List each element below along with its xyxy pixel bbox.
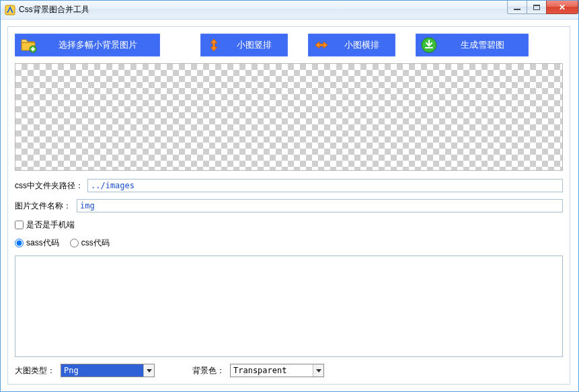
image-type-select[interactable]: Png [61,364,155,377]
sass-radio-wrap[interactable]: sass代码 [15,237,59,249]
mobile-checkbox[interactable] [15,221,24,229]
select-images-button[interactable]: 选择多幅小背景图片 [15,34,160,56]
mobile-checkbox-row: 是否是手机端 [15,219,563,231]
horizontal-arrows-icon [312,36,331,54]
image-type-value: Png [64,366,79,375]
bg-color-value: Transparent [233,366,286,375]
css-radio-wrap[interactable]: css代码 [70,237,110,249]
folder-path-label: css中文件夹路径： [15,180,87,192]
titlebar[interactable]: Css背景图合并工具 ✕ [1,1,578,19]
generate-sprite-label: 生成雪碧图 [445,39,519,51]
preview-canvas [15,63,563,171]
window-title: Css背景图合并工具 [19,4,89,15]
app-icon [5,5,15,15]
main-panel: 选择多幅小背景图片 小图竖排 小 [7,26,570,385]
dropdown-caret-icon [143,364,154,377]
bg-color-label: 背景色： [192,365,225,377]
code-output-textarea[interactable] [15,256,563,357]
vertical-arrows-icon [204,36,223,54]
window-controls: ✕ [508,1,578,14]
arrange-vertical-label: 小图竖排 [230,39,278,51]
toolbar: 选择多幅小背景图片 小图竖排 小 [15,34,563,56]
css-radio[interactable] [70,239,79,247]
folder-path-input[interactable] [87,179,563,192]
dropdown-caret-icon [313,364,323,377]
app-window: Css背景图合并工具 ✕ [0,0,579,392]
mobile-checkbox-label[interactable]: 是否是手机端 [26,219,75,231]
folder-path-row: css中文件夹路径： [15,179,563,192]
bg-color-select[interactable]: Transparent [230,364,324,377]
svg-rect-3 [31,48,35,50]
client-area: 选择多幅小背景图片 小图竖排 小 [1,19,578,391]
download-icon [420,36,438,54]
folder-add-icon [19,36,38,54]
sass-radio-label: sass代码 [26,237,59,249]
minimize-button[interactable] [507,1,527,14]
sass-radio[interactable] [15,239,24,247]
arrange-horizontal-button[interactable]: 小图横排 [308,34,395,56]
code-type-radiogroup: sass代码 css代码 [15,237,563,249]
maximize-button[interactable] [527,1,547,14]
close-button[interactable]: ✕ [546,1,578,14]
image-type-label: 大图类型： [15,365,55,377]
arrange-vertical-button[interactable]: 小图竖排 [200,34,288,56]
filename-input[interactable] [77,199,563,212]
generate-sprite-button[interactable]: 生成雪碧图 [416,34,529,56]
arrange-horizontal-label: 小图横排 [338,39,386,51]
filename-row: 图片文件名称： [15,199,563,212]
select-images-label: 选择多幅小背景图片 [44,39,151,51]
filename-label: 图片文件名称： [15,200,77,212]
bottom-row: 大图类型： Png 背景色： Transparent [15,364,563,377]
css-radio-label: css代码 [81,237,110,249]
